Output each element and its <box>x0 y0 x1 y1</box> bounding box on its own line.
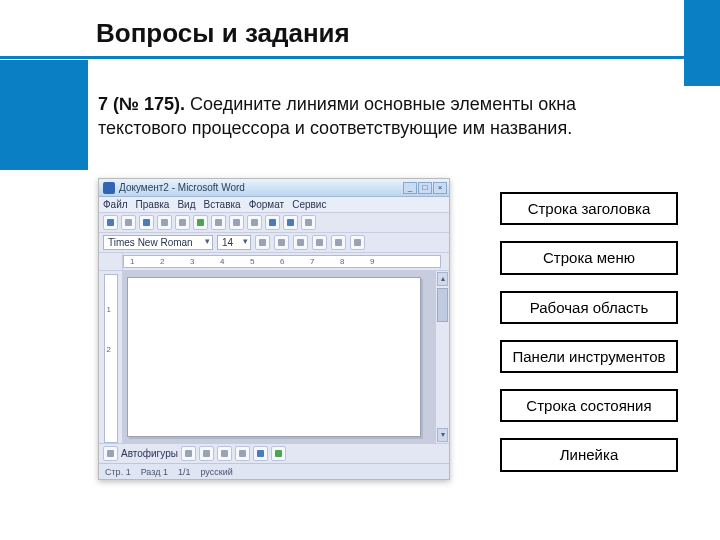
vertical-scrollbar[interactable]: ▴ ▾ <box>435 271 449 443</box>
scroll-track[interactable] <box>436 323 449 427</box>
menu-item[interactable]: Формат <box>249 199 285 210</box>
label-toolbars[interactable]: Панели инструментов <box>500 340 678 373</box>
font-size-combo[interactable]: 14 <box>217 235 251 250</box>
page-title: Вопросы и задания <box>96 18 350 49</box>
align-center-icon[interactable] <box>331 235 346 250</box>
label-menu-bar[interactable]: Строка меню <box>500 241 678 274</box>
answer-labels: Строка заголовка Строка меню Рабочая обл… <box>500 192 678 472</box>
scroll-down-icon[interactable]: ▾ <box>437 428 448 442</box>
paste-icon[interactable] <box>247 215 262 230</box>
arrow-icon[interactable] <box>199 446 214 461</box>
bold-icon[interactable] <box>255 235 270 250</box>
title-bar: Документ2 - Microsoft Word _ □ × <box>99 179 449 197</box>
vertical-ruler-gutter: 1 2 <box>99 271 123 443</box>
word-icon <box>103 182 115 194</box>
status-pages: 1/1 <box>178 467 191 477</box>
undo-icon[interactable] <box>265 215 280 230</box>
align-left-icon[interactable] <box>312 235 327 250</box>
maximize-button[interactable]: □ <box>418 182 432 194</box>
fill-color-icon[interactable] <box>271 446 286 461</box>
align-right-icon[interactable] <box>350 235 365 250</box>
font-name-combo[interactable]: Times New Roman <box>103 235 213 250</box>
menu-item[interactable]: Вставка <box>203 199 240 210</box>
accent-bar-right <box>684 0 720 86</box>
close-button[interactable]: × <box>433 182 447 194</box>
preview-icon[interactable] <box>175 215 190 230</box>
document-page[interactable] <box>127 277 421 437</box>
word-window: Документ2 - Microsoft Word _ □ × Файл Пр… <box>98 178 450 480</box>
save-icon[interactable] <box>139 215 154 230</box>
title-underline <box>0 56 720 59</box>
label-title-bar[interactable]: Строка заголовка <box>500 192 678 225</box>
label-ruler[interactable]: Линейка <box>500 438 678 471</box>
ruler-row: 1 2 3 4 5 6 7 8 9 <box>99 253 449 271</box>
oval-icon[interactable] <box>235 446 250 461</box>
standard-toolbar <box>99 213 449 233</box>
question-text: 7 (№ 175). Соедините линиями основные эл… <box>98 92 618 141</box>
menu-item[interactable]: Сервис <box>292 199 326 210</box>
minimize-button[interactable]: _ <box>403 182 417 194</box>
open-icon[interactable] <box>121 215 136 230</box>
spell-icon[interactable] <box>193 215 208 230</box>
accent-bar-left <box>0 60 88 170</box>
work-area: 1 2 ▴ ▾ <box>99 271 449 443</box>
label-status-bar[interactable]: Строка состояния <box>500 389 678 422</box>
status-bar: Стр. 1 Разд 1 1/1 русский <box>99 463 449 479</box>
rect-icon[interactable] <box>217 446 232 461</box>
question-number: 7 (№ 175). <box>98 94 185 114</box>
vertical-ruler[interactable]: 1 2 <box>104 274 118 443</box>
textbox-icon[interactable] <box>253 446 268 461</box>
autoshapes-label[interactable]: Автофигуры <box>121 448 178 459</box>
menu-item[interactable]: Файл <box>103 199 128 210</box>
formatting-toolbar: Times New Roman 14 <box>99 233 449 253</box>
italic-icon[interactable] <box>274 235 289 250</box>
window-title: Документ2 - Microsoft Word <box>119 182 245 193</box>
copy-icon[interactable] <box>229 215 244 230</box>
status-lang: русский <box>200 467 232 477</box>
status-section: Разд 1 <box>141 467 168 477</box>
window-controls: _ □ × <box>403 182 449 194</box>
scroll-thumb[interactable] <box>437 288 448 322</box>
table-icon[interactable] <box>301 215 316 230</box>
draw-menu-icon[interactable] <box>103 446 118 461</box>
horizontal-ruler[interactable]: 1 2 3 4 5 6 7 8 9 <box>123 255 441 268</box>
print-icon[interactable] <box>157 215 172 230</box>
new-doc-icon[interactable] <box>103 215 118 230</box>
cut-icon[interactable] <box>211 215 226 230</box>
underline-icon[interactable] <box>293 235 308 250</box>
line-icon[interactable] <box>181 446 196 461</box>
redo-icon[interactable] <box>283 215 298 230</box>
label-work-area[interactable]: Рабочая область <box>500 291 678 324</box>
drawing-toolbar: Автофигуры <box>99 443 449 463</box>
scroll-up-icon[interactable]: ▴ <box>437 272 448 286</box>
ruler-corner <box>99 253 123 271</box>
menu-bar: Файл Правка Вид Вставка Формат Сервис <box>99 197 449 213</box>
status-page: Стр. 1 <box>105 467 131 477</box>
menu-item[interactable]: Вид <box>177 199 195 210</box>
menu-item[interactable]: Правка <box>136 199 170 210</box>
